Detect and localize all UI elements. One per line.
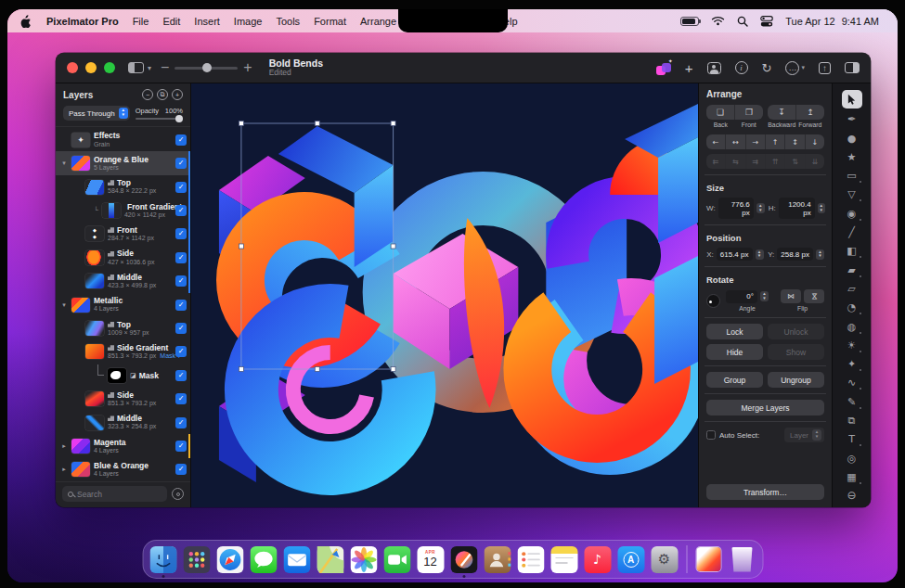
align-icon-5[interactable]: ↓	[806, 134, 824, 149]
menu-edit[interactable]: Edit	[162, 16, 180, 27]
layer-visibility-checkbox[interactable]: ✓	[175, 464, 187, 475]
angle-field[interactable]: 0°	[726, 290, 757, 303]
align-icon-1[interactable]: ↔	[726, 134, 745, 149]
share-icon[interactable]: ↑	[819, 62, 831, 74]
control-center-icon[interactable]	[760, 16, 773, 27]
dock-icon-calendar[interactable]: APR12	[417, 546, 444, 573]
dock-icon-reminders[interactable]	[517, 546, 544, 573]
layer-row-top[interactable]: Top584.8 × 222.2 px✓	[56, 175, 190, 198]
shape-tool[interactable]: ★	[842, 149, 862, 165]
align-icon-3[interactable]: ↑	[766, 134, 785, 149]
quick-select-tool[interactable]: ▽	[842, 186, 862, 202]
adjust-tool[interactable]: ☀	[842, 338, 862, 353]
size-stepper[interactable]: ▲▼	[756, 203, 765, 213]
panel-toggle-icon[interactable]	[845, 62, 860, 73]
effects-tool[interactable]: ✦	[842, 356, 862, 372]
zoom-in-button[interactable]: +	[243, 59, 252, 76]
remove-layer-button[interactable]: −	[142, 89, 153, 100]
dock-icon-maps[interactable]	[317, 546, 343, 573]
add-layer-button[interactable]: +	[172, 89, 183, 100]
menu-arrange[interactable]: Arrange	[360, 16, 396, 27]
disclosure-chevron-icon[interactable]: ▾	[60, 301, 68, 309]
back-button[interactable]: ❏	[706, 105, 735, 120]
align-icon-0[interactable]: ←	[706, 134, 726, 149]
menu-format[interactable]: Format	[314, 16, 346, 27]
menu-tools[interactable]: Tools	[276, 16, 300, 27]
menu-file[interactable]: File	[133, 16, 149, 27]
crop-rotate-icon[interactable]: ↻	[762, 61, 772, 75]
blend-mode-select[interactable]: Pass Through ▲▼	[63, 106, 130, 121]
angle-stepper[interactable]: ▲▼	[760, 291, 769, 301]
dock-icon-contacts[interactable]	[484, 546, 511, 573]
disclosure-chevron-icon[interactable]: ▸	[60, 466, 68, 473]
layer-row-side[interactable]: Side427 × 1036.6 px✓	[56, 246, 190, 269]
merge-layers-button[interactable]: Merge Layers	[706, 400, 824, 415]
auto-select-checkbox[interactable]	[706, 430, 716, 440]
bucket-tool[interactable]: ◧	[842, 243, 862, 259]
layer-visibility-checkbox[interactable]: ✓	[175, 134, 187, 146]
disclosure-chevron-icon[interactable]: ▾	[60, 160, 68, 167]
dock-icon-recent-file[interactable]	[695, 546, 722, 573]
layer-row-front-gradient[interactable]: └Front Gradient420 × 1142 px✓	[56, 198, 190, 222]
dock-icon-photos[interactable]	[350, 546, 377, 573]
layer-row-effects[interactable]: EffectsGrain✓	[56, 128, 190, 151]
sidebar-toggle-icon[interactable]	[128, 62, 144, 73]
search-input[interactable]: Search	[62, 486, 167, 502]
layer-row-side[interactable]: Side851.3 × 793.2 px✓	[56, 387, 190, 410]
forward-button[interactable]: ↥	[796, 105, 824, 120]
dock-icon-app-store[interactable]: A	[617, 546, 644, 573]
eraser-tool[interactable]: ▰	[842, 262, 862, 278]
align-icon-4[interactable]: ↕	[785, 134, 805, 149]
menubar-clock[interactable]: Tue Apr 129:41 AM	[785, 16, 879, 27]
type-tool[interactable]: T	[842, 431, 862, 447]
zoom-slider-knob[interactable]	[202, 63, 212, 72]
menubar-app-name[interactable]: Pixelmator Pro	[46, 16, 119, 27]
position-y-field[interactable]: 258.8 px	[777, 248, 813, 261]
dock-icon-music[interactable]: ♪	[584, 546, 611, 573]
color-fill-tool[interactable]: ●	[842, 131, 862, 147]
menu-insert[interactable]: Insert	[194, 16, 220, 27]
dock-icon-messages[interactable]	[250, 546, 277, 573]
layer-filter-button[interactable]	[172, 488, 184, 500]
layer-row-middle[interactable]: Middle323.3 × 254.8 px✓	[56, 411, 190, 434]
sidebar-chevron-icon[interactable]: ▾	[148, 64, 151, 72]
add-button[interactable]: +	[685, 60, 693, 76]
shapes-gallery-icon[interactable]	[656, 61, 671, 75]
lock-button[interactable]: Lock	[706, 324, 763, 339]
pen-tool[interactable]: ✎	[842, 394, 862, 410]
layer-row-front[interactable]: Front284.7 × 1142 px✓	[56, 223, 190, 246]
position-stepper[interactable]: ▲▼	[816, 249, 824, 260]
canvas[interactable]	[191, 83, 698, 507]
dock-icon-mail[interactable]	[283, 546, 310, 573]
warp-tool[interactable]: ∿	[842, 375, 862, 390]
group-button[interactable]: Group	[706, 372, 763, 388]
battery-icon[interactable]	[680, 17, 699, 26]
front-button[interactable]: ❐	[735, 105, 763, 120]
flip-horizontal-button[interactable]: ⋈	[781, 289, 801, 303]
layer-visibility-checkbox[interactable]: ✓	[175, 228, 187, 239]
transform-button[interactable]: Transform…	[706, 484, 824, 500]
soften-tool[interactable]: ◍	[842, 319, 862, 335]
menu-image[interactable]: Image	[234, 16, 263, 27]
layer-visibility-checkbox[interactable]: ✓	[175, 158, 187, 169]
layer-visibility-checkbox[interactable]: ✓	[175, 252, 187, 263]
opacity-slider-track[interactable]	[136, 118, 183, 121]
layer-row-blue-orange[interactable]: ▸Blue & Orange4 Layers✓	[56, 458, 190, 481]
rotation-dial[interactable]	[706, 294, 720, 308]
layer-row-metallic[interactable]: ▾Metallic4 Layers✓	[56, 293, 190, 316]
ungroup-button[interactable]: Ungroup	[768, 372, 824, 388]
layer-visibility-checkbox[interactable]: ✓	[175, 205, 187, 216]
close-button[interactable]	[67, 62, 78, 73]
collapse-tools-icon[interactable]: ⊖	[847, 489, 856, 502]
dock-icon-pixelmator-pro[interactable]	[450, 546, 477, 573]
copies-tool[interactable]: ⧉	[842, 413, 862, 428]
spotlight-search-icon[interactable]	[737, 16, 748, 27]
dock-icon-trash[interactable]	[729, 546, 756, 573]
opacity-slider-knob[interactable]	[175, 115, 183, 122]
layer-visibility-checkbox[interactable]: ✓	[175, 370, 187, 381]
wifi-icon[interactable]	[711, 16, 725, 26]
apple-menu-icon[interactable]	[20, 15, 32, 28]
layer-row-side-gradient[interactable]: Side Gradient851.3 × 793.2 pxMask ▾✓	[56, 340, 190, 364]
patch-tool[interactable]: ▱	[842, 281, 862, 297]
dock-icon-facetime[interactable]	[383, 546, 410, 573]
